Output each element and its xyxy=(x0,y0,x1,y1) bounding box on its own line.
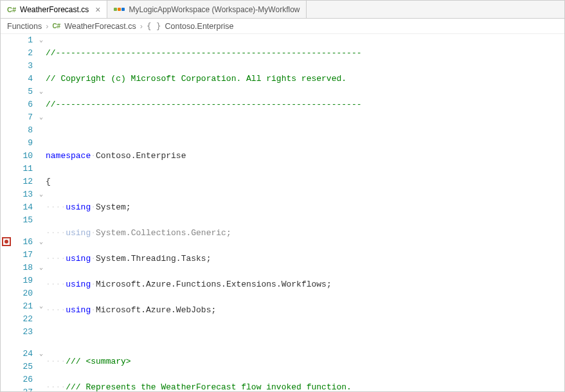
tab-label: MyLogicAppWorkspace (Workspace)-MyWorkfl… xyxy=(129,5,300,14)
tab-workflow[interactable]: MyLogicAppWorkspace (Workspace)-MyWorkfl… xyxy=(107,1,307,18)
fold-toggle[interactable]: ⌄ xyxy=(37,111,46,124)
fold-toggle[interactable]: ⌄ xyxy=(37,348,46,361)
tab-label: WeatherForecast.cs xyxy=(20,5,89,14)
tab-weatherforecast[interactable]: C# WeatherForecast.cs × xyxy=(1,1,107,18)
fold-toggle[interactable]: ⌄ xyxy=(37,300,46,313)
fold-toggle[interactable]: ⌄ xyxy=(37,85,46,98)
fold-toggle[interactable]: ⌄ xyxy=(37,188,46,201)
namespace-icon: { } xyxy=(147,21,161,31)
breadcrumb-item[interactable]: Functions xyxy=(7,22,42,31)
tab-bar: C# WeatherForecast.cs × MyLogicAppWorksp… xyxy=(1,1,564,19)
chevron-right-icon: › xyxy=(140,22,143,31)
code-content[interactable]: //--------------------------------------… xyxy=(46,34,564,392)
fold-gutter[interactable]: ⌄ ⌄ ⌄ ⌄ ⌄ ⌄ ⌄ ⌄ xyxy=(37,34,46,392)
line-number-gutter: 1 2 3 4 5 6 7 8 9 10 11 12 13 14 15 16 1… xyxy=(12,34,37,392)
chevron-right-icon: › xyxy=(46,22,48,31)
fold-toggle[interactable]: ⌄ xyxy=(37,262,46,274)
breadcrumb-item[interactable]: WeatherForecast.cs xyxy=(64,22,136,31)
close-icon[interactable]: × xyxy=(95,4,100,15)
breakpoint-gutter[interactable] xyxy=(1,34,12,392)
workflow-icon xyxy=(114,8,125,11)
csharp-icon: C# xyxy=(7,6,16,13)
csharp-icon: C# xyxy=(52,22,60,30)
breakpoint-icon[interactable] xyxy=(2,237,11,246)
fold-toggle[interactable]: ⌄ xyxy=(37,236,46,249)
breadcrumb-item[interactable]: Contoso.Enterprise xyxy=(165,22,234,31)
code-editor[interactable]: 1 2 3 4 5 6 7 8 9 10 11 12 13 14 15 16 1… xyxy=(1,34,564,392)
breadcrumb: Functions › C# WeatherForecast.cs › { } … xyxy=(1,19,564,34)
fold-toggle[interactable]: ⌄ xyxy=(37,34,46,47)
